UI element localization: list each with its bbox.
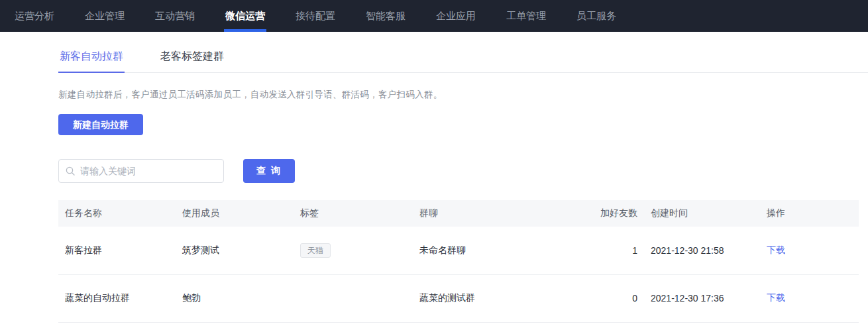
header-created-time: 创建时间 — [644, 200, 760, 227]
keyword-search-input[interactable] — [80, 166, 217, 176]
cell-tag — [294, 274, 413, 322]
auto-group-task-table: 任务名称 使用成员 标签 群聊 加好友数 创建时间 操作 新客拉群 筑梦测试 天… — [58, 200, 859, 323]
query-button[interactable]: 查 询 — [243, 159, 295, 183]
table-header-row: 任务名称 使用成员 标签 群聊 加好友数 创建时间 操作 — [58, 200, 859, 227]
nav-item-ticket-management[interactable]: 工单管理 — [505, 0, 547, 32]
feature-description: 新建自动拉群后，客户通过员工活码添加员工，自动发送入群引导语、群活码，客户扫码入… — [58, 89, 868, 101]
nav-item-employee-service[interactable]: 员工服务 — [575, 0, 618, 32]
header-group-chat: 群聊 — [413, 200, 593, 227]
cell-member: 鲍勃 — [176, 274, 294, 322]
nav-item-wechat-operation[interactable]: 微信运营 — [224, 0, 266, 32]
create-auto-group-button[interactable]: 新建自动拉群 — [58, 114, 143, 135]
download-link[interactable]: 下载 — [767, 245, 785, 255]
nav-item-operation-analysis[interactable]: 运营分析 — [13, 0, 56, 32]
cell-friend-count: 0 — [593, 274, 644, 322]
top-navbar: 运营分析 企业管理 互动营销 微信运营 接待配置 智能客服 企业应用 工单管理 … — [0, 0, 868, 32]
keyword-search-input-wrapper[interactable] — [58, 159, 224, 183]
tab-new-customer-auto-group[interactable]: 新客自动拉群 — [58, 38, 125, 72]
download-link[interactable]: 下载 — [767, 292, 785, 303]
table-row: 蔬菜的自动拉群 鲍勃 蔬菜的测试群 0 2021-12-30 17:36 下载 — [58, 274, 859, 322]
tab-bar: 新客自动拉群 老客标签建群 — [58, 38, 868, 73]
header-action: 操作 — [760, 200, 859, 227]
cell-group-chat: 未命名群聊 — [413, 227, 593, 274]
nav-item-interactive-marketing[interactable]: 互动营销 — [154, 0, 196, 32]
cell-created-time: 2021-12-30 21:58 — [644, 227, 760, 274]
tag-badge: 天猫 — [300, 243, 331, 258]
search-icon — [66, 166, 75, 176]
nav-item-enterprise-management[interactable]: 企业管理 — [83, 0, 126, 32]
nav-item-smart-service[interactable]: 智能客服 — [364, 0, 407, 32]
table-row: 新客拉群 筑梦测试 天猫 未命名群聊 1 2021-12-30 21:58 下载 — [58, 227, 859, 274]
cell-group-chat: 蔬菜的测试群 — [413, 274, 593, 322]
cell-member: 筑梦测试 — [176, 227, 294, 274]
main-content: 新客自动拉群 老客标签建群 新建自动拉群后，客户通过员工活码添加员工，自动发送入… — [0, 38, 868, 323]
header-friend-count: 加好友数 — [593, 200, 644, 227]
cell-task-name: 新客拉群 — [58, 227, 176, 274]
cell-action: 下载 — [760, 227, 859, 274]
tab-old-customer-tag-group[interactable]: 老客标签建群 — [159, 38, 225, 72]
cell-action: 下载 — [760, 274, 859, 322]
nav-item-enterprise-apps[interactable]: 企业应用 — [435, 0, 477, 32]
header-member: 使用成员 — [176, 200, 294, 227]
header-task-name: 任务名称 — [58, 200, 176, 227]
cell-tag: 天猫 — [294, 227, 413, 274]
header-tag: 标签 — [294, 200, 413, 227]
search-row: 查 询 — [58, 159, 868, 183]
cell-created-time: 2021-12-30 17:36 — [644, 274, 760, 322]
cell-friend-count: 1 — [593, 227, 644, 274]
nav-item-reception-config[interactable]: 接待配置 — [294, 0, 337, 32]
cell-task-name: 蔬菜的自动拉群 — [58, 274, 176, 322]
